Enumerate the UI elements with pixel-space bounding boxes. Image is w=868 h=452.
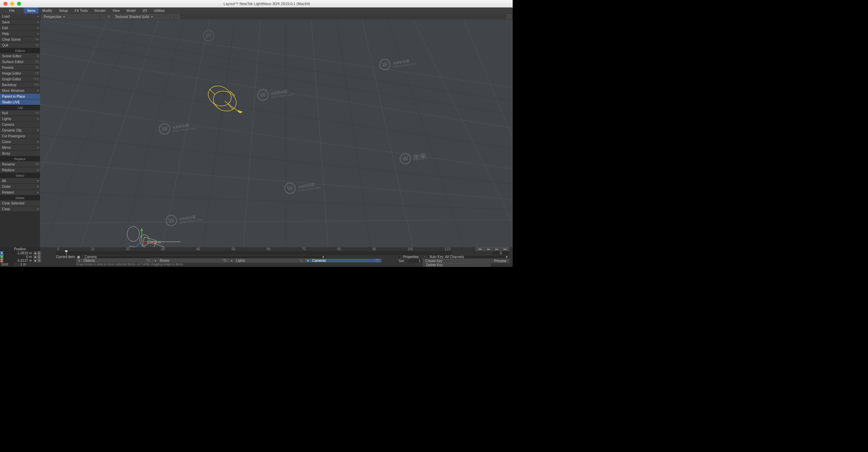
sidebar-parent-in-place[interactable]: Parent in Place: [0, 94, 40, 99]
sidebar-replace[interactable]: Replace: [0, 167, 40, 173]
sidebar-camera[interactable]: Camera: [0, 122, 40, 127]
sidebar-studio-live[interactable]: Studio LIVE: [0, 99, 40, 105]
mode-lights[interactable]: Lights^L: [229, 259, 305, 262]
last-frame-button[interactable]: ▸▸I: [501, 247, 509, 251]
mode-tab-bar: Objects^OBones^BLights^LCameras^C: [76, 259, 381, 262]
tab-view[interactable]: View: [109, 7, 123, 14]
transport-controls: I◂◂◂◂▸▸▸▸I: [476, 247, 509, 251]
y-envelope-button[interactable]: E: [37, 255, 41, 259]
x-value[interactable]: -1.0819 m: [3, 251, 33, 255]
sidebar-dynamic-obj[interactable]: Dynamic Obj: [0, 127, 40, 133]
sidebar-load[interactable]: Load: [0, 14, 40, 19]
svg-line-9: [311, 20, 328, 247]
viewport[interactable]: 1.0819 m W未来软件园www.orsoon.com W未来软件园www.…: [40, 20, 513, 247]
svg-line-19: [121, 20, 184, 247]
properties-label[interactable]: Properties: [402, 255, 422, 259]
sidebar-save[interactable]: Save: [0, 19, 40, 25]
tab-model[interactable]: Model: [123, 7, 139, 14]
next-frame-button[interactable]: ▸▸: [493, 247, 501, 251]
sidebar-all[interactable]: All: [0, 178, 40, 184]
mode-objects[interactable]: Objects^O: [76, 259, 153, 262]
sidebar-graph-editor[interactable]: Graph Editor^F2: [0, 76, 40, 82]
position-readout: X-1.0819 m●E Y0 m●E Z-5.6137 m●E: [0, 251, 54, 262]
autokey-checkbox[interactable]: ✓: [423, 255, 427, 259]
tab-render[interactable]: Render: [91, 7, 109, 14]
svg-line-12: [464, 20, 513, 138]
current-item-dropdown[interactable]: Camera: [82, 255, 327, 259]
sidebar-related[interactable]: Related: [0, 190, 40, 195]
y-axis-label: Y: [0, 255, 3, 259]
sidebar-array[interactable]: Array: [0, 151, 40, 156]
properties-toggle[interactable]: [397, 255, 401, 259]
tab-i-o[interactable]: I/O: [139, 7, 150, 14]
sidebar-presets[interactable]: PresetsF8: [0, 65, 40, 71]
first-frame-button[interactable]: I◂◂: [476, 247, 484, 251]
sidebar-clear-selected[interactable]: Clear Selected: [0, 200, 40, 206]
tab-setup[interactable]: Setup: [56, 7, 71, 14]
x-envelope-button[interactable]: E: [37, 251, 41, 255]
camera-object[interactable]: 1.0819 m: [127, 227, 181, 247]
playhead[interactable]: [66, 251, 66, 255]
sidebar-clear[interactable]: Clear: [0, 206, 40, 212]
preview-button[interactable]: Preview: [491, 259, 509, 263]
light-object[interactable]: [205, 82, 242, 115]
shade-options-button[interactable]: [175, 14, 180, 19]
svg-point-34: [127, 227, 139, 241]
current-frame-input[interactable]: 0: [492, 251, 509, 255]
file-menu[interactable]: File: [0, 9, 24, 13]
sidebar-image-editor[interactable]: Image EditorF6: [0, 71, 40, 76]
svg-line-17: [40, 193, 513, 210]
sidebar-cvt-powergons[interactable]: Cvt Powergons: [0, 133, 40, 139]
maximize-viewport-button[interactable]: [507, 14, 511, 19]
sidebar-mirror[interactable]: Mirror: [0, 145, 40, 151]
shade-mode-icon[interactable]: T: [106, 14, 111, 19]
sidebar-lights[interactable]: Lights: [0, 116, 40, 122]
z-envelope-button[interactable]: E: [37, 259, 41, 262]
close-icon[interactable]: [3, 2, 7, 6]
tab-modify[interactable]: Modify: [39, 7, 55, 14]
create-key-button[interactable]: Create Key: [422, 259, 490, 263]
mode-cameras[interactable]: Cameras^C: [305, 259, 381, 262]
tab-utilities[interactable]: Utilities: [151, 7, 168, 14]
z-value[interactable]: -5.6137 m: [3, 259, 33, 262]
view-mode-dropdown[interactable]: Perspective: [41, 14, 99, 19]
shade-mode-dropdown[interactable]: Textured Shaded Solid: [113, 14, 174, 19]
sidebar-scene-editor[interactable]: Scene Editor: [0, 53, 40, 59]
sidebar-more-windows[interactable]: More Windows: [0, 88, 40, 94]
view-options-button[interactable]: [100, 14, 105, 19]
svg-line-26: [210, 89, 215, 94]
sidebar-header: Add: [0, 105, 40, 110]
x-key-icon[interactable]: ●: [33, 251, 37, 255]
zoom-icon[interactable]: [17, 2, 21, 6]
autokey-dropdown[interactable]: Auto Key: All Channels: [427, 255, 509, 259]
sidebar-backdrop[interactable]: Backdrop^F5: [0, 82, 40, 88]
timeline-ticks: 0102030405060708090100110: [56, 247, 452, 251]
sidebar-null[interactable]: Null^N: [0, 110, 40, 116]
y-key-icon[interactable]: ●: [33, 255, 37, 259]
y-value[interactable]: 0 m: [3, 255, 33, 259]
mode-bones[interactable]: Bones^B: [153, 259, 229, 262]
camera-icon[interactable]: ▣: [76, 255, 81, 259]
x-axis-label: X: [0, 251, 3, 255]
delete-key-button[interactable]: Delete Key: [423, 263, 490, 267]
sidebar-order[interactable]: Order: [0, 184, 40, 190]
tab-fx-tools[interactable]: FX Tools: [71, 7, 91, 14]
svg-marker-39: [140, 228, 143, 231]
sidebar-edit[interactable]: Edit: [0, 25, 40, 31]
timeline-slider[interactable]: [56, 251, 452, 255]
sidebar-quit[interactable]: Quit^Q: [0, 42, 40, 48]
prev-frame-button[interactable]: ◂◂: [484, 247, 492, 251]
sidebar-clone[interactable]: Clone: [0, 139, 40, 145]
svg-line-20: [203, 20, 235, 247]
grid-readout: Grid: 1 m: [0, 262, 54, 267]
hint-text: Drag mouse in view to move selected item…: [76, 262, 184, 266]
tab-items[interactable]: Items: [24, 7, 39, 14]
sidebar-rename[interactable]: Rename^N: [0, 161, 40, 167]
sidebar-help[interactable]: Help: [0, 31, 40, 37]
traffic-lights: [0, 2, 21, 6]
z-key-icon[interactable]: ●: [33, 259, 37, 262]
minimize-icon[interactable]: [10, 2, 14, 6]
sidebar-clear-scene[interactable]: Clear Scene^N: [0, 37, 40, 42]
sidebar-surface-editor[interactable]: Surface EditorF5: [0, 59, 40, 65]
svg-line-4: [40, 220, 513, 223]
